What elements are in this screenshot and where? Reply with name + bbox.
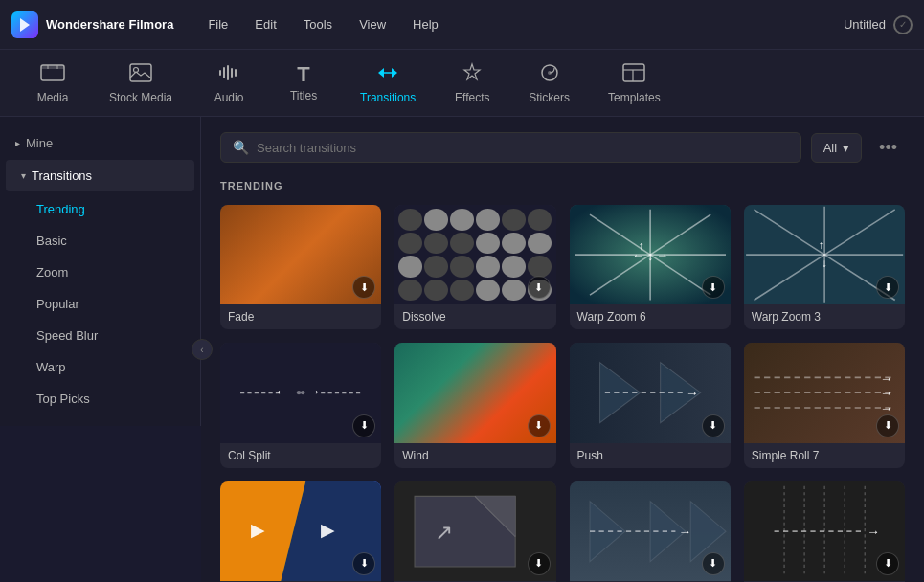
sidebar-item-speed-blur-label: Speed Blur (36, 328, 98, 343)
svg-point-40 (297, 391, 301, 394)
sidebar-collapse-button[interactable]: ‹ (192, 339, 213, 360)
transition-label-wind: Wind (394, 443, 555, 468)
sidebar-item-zoom[interactable]: Zoom (6, 257, 194, 288)
svg-text:→: → (306, 385, 321, 400)
transition-label-dissolve: Dissolve (394, 304, 555, 329)
project-check-icon: ✓ (893, 15, 913, 34)
nav-label-audio: Audio (214, 91, 244, 104)
transition-label-col-split: Col Split (220, 443, 381, 468)
download-simple-roll-7-button[interactable]: ⬇ (876, 414, 899, 437)
transition-thumb-simple-roll-7: → → → ⬇ (744, 343, 905, 442)
download-page-curl-button[interactable]: ⬇ (528, 552, 551, 575)
top-bar: Wondershare Filmora File Edit Tools View… (0, 0, 924, 50)
transition-item-fade[interactable]: ⬇ Fade (220, 205, 381, 329)
transitions-grid: ⬇ Fade ⬇ Dissolve (220, 205, 905, 582)
sidebar-mine-label: Mine (26, 136, 53, 150)
sidebar-item-basic[interactable]: Basic (6, 225, 194, 257)
nav-item-effects[interactable]: Effects (439, 55, 506, 112)
sidebar-transitions-label: Transitions (32, 168, 92, 183)
svg-text:↗: ↗ (435, 519, 453, 544)
transition-item-warp-zoom-3[interactable]: ↑ ↓ ⬇ Warp Zoom 3 (744, 205, 905, 329)
transition-label-simple-roll-7: Simple Roll 7 (744, 443, 905, 468)
transition-item-dissolve[interactable]: ⬇ Dissolve (394, 205, 555, 329)
nav-label-effects: Effects (455, 91, 489, 104)
transition-item-erase[interactable]: → ⬇ Erase (744, 481, 905, 582)
transition-item-erase-slide[interactable]: → ⬇ Erase Slide (570, 481, 731, 582)
download-push-button[interactable]: ⬇ (702, 414, 725, 437)
nav-label-templates: Templates (608, 91, 661, 104)
svg-text:▶: ▶ (251, 520, 265, 540)
svg-text:↑: ↑ (819, 239, 824, 251)
transition-thumb-wind: ⬇ (394, 343, 555, 442)
transition-item-push[interactable]: → ⬇ Push (570, 343, 731, 467)
nav-item-transitions[interactable]: Transitions (345, 55, 431, 112)
nav-label-media: Media (37, 91, 69, 104)
nav-item-media[interactable]: Media (19, 55, 86, 112)
svg-text:→: → (678, 525, 691, 539)
sidebar: ▸ Mine ▾ Transitions Trending Basic Zoom… (0, 117, 201, 426)
svg-line-27 (824, 210, 895, 255)
effects-icon (460, 62, 485, 87)
search-input-wrapper[interactable]: 🔍 (220, 132, 801, 163)
transition-label-push: Push (570, 443, 731, 468)
sidebar-item-speed-blur[interactable]: Speed Blur (6, 320, 194, 351)
sidebar-mine-header[interactable]: ▸ Mine (0, 128, 200, 158)
transition-thumb-fade: ⬇ (220, 205, 381, 304)
nav-bar: Media Stock Media Audio T Titles (0, 50, 924, 117)
sidebar-wrapper: ▸ Mine ▾ Transitions Trending Basic Zoom… (0, 117, 201, 582)
main-content: ▸ Mine ▾ Transitions Trending Basic Zoom… (0, 117, 924, 582)
svg-text:↓: ↓ (646, 250, 652, 263)
stock-media-icon (128, 62, 153, 87)
nav-item-stock-media[interactable]: Stock Media (94, 55, 188, 112)
search-icon: 🔍 (233, 140, 249, 155)
transition-thumb-push: → ⬇ (570, 343, 731, 442)
media-icon (40, 62, 65, 87)
sidebar-item-trending[interactable]: Trending (6, 193, 194, 225)
svg-text:↓: ↓ (822, 257, 827, 269)
menu-file[interactable]: File (196, 11, 239, 37)
svg-line-26 (754, 210, 824, 255)
svg-rect-10 (623, 64, 644, 81)
menu-edit[interactable]: Edit (243, 11, 287, 37)
sidebar-item-popular[interactable]: Popular (6, 288, 194, 320)
nav-item-titles[interactable]: T Titles (270, 56, 337, 110)
menu-help[interactable]: Help (401, 11, 450, 37)
download-erase-slide-button[interactable]: ⬇ (702, 552, 725, 575)
nav-item-stickers[interactable]: Stickers (513, 55, 585, 112)
transition-thumb-warp-zoom-6: ↑ ↓ ← → ⬇ (570, 205, 731, 304)
sidebar-item-warp[interactable]: Warp (6, 351, 194, 383)
transition-item-simple-roll-7[interactable]: → → → ⬇ Simple Roll 7 (744, 343, 905, 467)
transition-item-linear-14[interactable]: ▶ ▶ ⬇ Linear 14 (220, 481, 381, 582)
nav-item-templates[interactable]: Templates (593, 55, 676, 112)
templates-icon (621, 62, 646, 87)
download-erase-button[interactable]: ⬇ (876, 552, 899, 575)
sidebar-item-zoom-label: Zoom (36, 265, 68, 280)
download-dissolve-button[interactable]: ⬇ (528, 276, 551, 299)
svg-rect-5 (130, 64, 151, 81)
svg-line-28 (754, 255, 824, 300)
content-area: 🔍 All ▾ ••• TRENDING ⬇ Fade (201, 117, 924, 582)
nav-item-audio[interactable]: Audio (195, 55, 262, 112)
download-col-split-button[interactable]: ⬇ (352, 414, 375, 437)
sidebar-item-trending-label: Trending (36, 202, 85, 216)
transition-item-warp-zoom-6[interactable]: ↑ ↓ ← → ⬇ Warp Zoom 6 (570, 205, 731, 329)
transition-label-warp-zoom-6: Warp Zoom 6 (570, 304, 731, 329)
transition-item-page-curl[interactable]: ↗ ⬇ Page Curl (394, 481, 555, 582)
menu-items: File Edit Tools View Help (196, 11, 844, 37)
transition-item-wind[interactable]: ⬇ Wind (394, 343, 555, 467)
sidebar-transitions-header[interactable]: ▾ Transitions (6, 160, 194, 191)
search-input[interactable] (257, 141, 789, 155)
sidebar-item-top-picks[interactable]: Top Picks (6, 383, 194, 414)
transition-item-col-split[interactable]: ← → ⬇ Col Split (220, 343, 381, 467)
more-options-button[interactable]: ••• (871, 134, 905, 162)
svg-text:→: → (880, 371, 893, 386)
download-wind-button[interactable]: ⬇ (528, 414, 551, 437)
menu-view[interactable]: View (348, 11, 397, 37)
menu-tools[interactable]: Tools (292, 11, 344, 37)
filter-chevron-icon: ▾ (843, 141, 849, 155)
transition-thumb-col-split: ← → ⬇ (220, 343, 381, 442)
download-warp-zoom-6-button[interactable]: ⬇ (702, 276, 725, 299)
logo-area: Wondershare Filmora (11, 11, 173, 38)
filter-dropdown[interactable]: All ▾ (811, 133, 862, 163)
nav-label-transitions: Transitions (360, 91, 416, 104)
